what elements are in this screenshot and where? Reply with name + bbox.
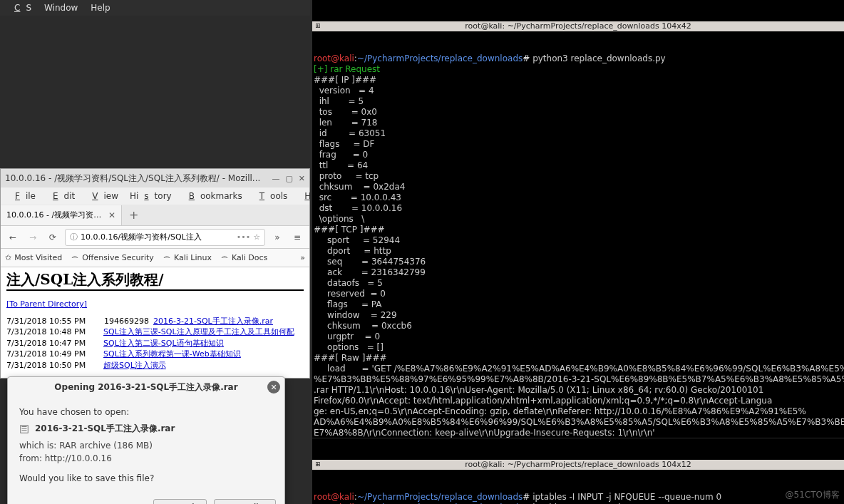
listing-row: 7/31/2018 10:50 PM超级SQL注入演示 <box>6 360 304 371</box>
listing-date: 7/31/2018 10:48 PM <box>6 326 99 337</box>
listing-date: 7/31/2018 10:47 PM <box>6 338 99 349</box>
star-icon: ✩ <box>5 253 11 262</box>
bookmarks-toolbar: ✩ Most Visited Offensive Security Kali L… <box>1 249 309 267</box>
listing-size: SQL注入第二课-SQL语句基础知识 <box>99 338 149 349</box>
listing-link[interactable]: SQL注入第二课-SQL语句基础知识 <box>103 339 224 348</box>
dialog-question: Would you like to save this file? <box>19 473 273 483</box>
site-info-icon[interactable]: ⓘ <box>70 232 78 242</box>
window-close-icon[interactable]: ✕ <box>299 174 305 183</box>
listing-date: 7/31/2018 10:55 PM <box>6 316 99 326</box>
listing-row: 7/31/2018 10:48 PMSQL注入第三课-SQL注入原理及手工注入及… <box>6 326 304 337</box>
listing-row: 7/31/2018 10:49 PMSQL注入系列教程第一课-Web基础知识 <box>6 349 304 359</box>
terminal-bottom[interactable]: ⊞ root@kali: ~/PycharmProjects/replace_d… <box>312 438 844 504</box>
url-input[interactable] <box>81 232 234 242</box>
menu-help[interactable]: Help <box>85 1 115 14</box>
download-dialog: Opening 2016-3-21-SQL手工注入录像.rar ✕ You ha… <box>7 376 285 504</box>
cancel-button[interactable]: Cancel <box>153 499 207 504</box>
tab-close-icon[interactable]: ✕ <box>108 210 115 220</box>
firefox-title: 10.0.0.16 - /视频学习资料/SQL注入/SQL注入系列教程/ - M… <box>5 173 272 185</box>
listing-size: 194669298 <box>99 316 149 326</box>
page-actions-icon[interactable]: ••• <box>237 232 250 242</box>
menu-window[interactable]: Window <box>38 1 83 14</box>
save-file-button[interactable]: Save File <box>214 499 276 504</box>
directory-listing: 注入/SQL注入系列教程/ [To Parent Directory] 7/31… <box>1 267 309 378</box>
listing-size: 超级SQL注入演示 <box>99 360 149 371</box>
menu-bookmarks[interactable]: Bookmarks <box>177 190 248 202</box>
toolbar-overflow-icon[interactable]: » <box>269 230 285 245</box>
dialog-title: Opening 2016-3-21-SQL手工注入录像.rar ✕ <box>8 377 284 397</box>
dialog-from-text: from: http://10.0.0.16 <box>19 453 273 463</box>
forward-button[interactable]: → <box>25 230 41 245</box>
menu-view[interactable]: View <box>81 190 124 202</box>
firefox-menubar: File Edit View History Bookmarks Tools H… <box>1 187 309 205</box>
menu-vcs[interactable]: CS <box>3 1 37 14</box>
dialog-filename-row: 2016-3-21-SQL手工注入录像.rar <box>19 423 273 435</box>
window-maximize-icon[interactable]: ▢ <box>285 174 292 183</box>
bookmark-kali-linux[interactable]: Kali Linux <box>163 253 212 262</box>
firefox-navtoolbar: ← → ⟳ ⓘ ••• ☆ » ≡ <box>1 226 309 249</box>
firefox-tabstrip: 10.0.0.16 - /视频学习资料/S ✕ + <box>1 205 309 226</box>
dialog-chosen-text: You have chosen to open: <box>19 407 273 417</box>
terminal-top-body[interactable]: root@kali:~/PycharmProjects/replace_down… <box>312 53 844 438</box>
firefox-tab-active[interactable]: 10.0.0.16 - /视频学习资料/S ✕ <box>1 205 122 225</box>
menu-file[interactable]: File <box>4 190 41 202</box>
listing-link[interactable]: 2016-3-21-SQL手工注入录像.rar <box>153 317 273 326</box>
ide-menubar: CS Window Help <box>0 0 310 16</box>
kali-icon <box>71 254 79 262</box>
dialog-which-text: which is: RAR archive (186 MB) <box>19 441 273 451</box>
bookmark-offensive-security[interactable]: Offensive Security <box>71 253 154 262</box>
pane-expand-icon[interactable]: ⊞ <box>315 461 321 468</box>
listing-row: 7/31/2018 10:47 PMSQL注入第二课-SQL语句基础知识 <box>6 338 304 349</box>
reload-button[interactable]: ⟳ <box>45 230 61 245</box>
terminal-bottom-titlebar: ⊞ root@kali: ~/PycharmProjects/replace_d… <box>312 460 844 470</box>
listing-date: 7/31/2018 10:50 PM <box>6 360 99 371</box>
pane-expand-icon[interactable]: ⊞ <box>315 22 321 30</box>
watermark: @51CTO博客 <box>786 489 840 501</box>
back-button[interactable]: ← <box>5 230 21 245</box>
kali-icon <box>220 254 229 262</box>
listing-link[interactable]: 超级SQL注入演示 <box>103 361 166 370</box>
urlbar[interactable]: ⓘ ••• ☆ <box>65 229 265 246</box>
listing-size: SQL注入系列教程第一课-Web基础知识 <box>99 349 149 359</box>
terminal-top[interactable]: ⊞ root@kali: ~/PycharmProjects/replace_d… <box>312 0 844 438</box>
listing-size: SQL注入第三课-SQL注入原理及手工注入及工具如何配 <box>99 326 149 337</box>
tab-label: 10.0.0.16 - /视频学习资料/S <box>6 210 104 220</box>
listing-link[interactable]: SQL注入系列教程第一课-Web基础知识 <box>103 349 241 359</box>
archive-icon <box>19 424 29 434</box>
bookmarks-overflow-icon[interactable]: » <box>300 253 305 262</box>
terminal-top-titlebar: ⊞ root@kali: ~/PycharmProjects/replace_d… <box>312 21 844 31</box>
parent-directory-link[interactable]: [To Parent Directory] <box>6 299 87 309</box>
terminal-bottom-body[interactable]: root@kali:~/PycharmProjects/replace_down… <box>312 491 844 504</box>
listing-link[interactable]: SQL注入第三课-SQL注入原理及手工注入及工具如何配 <box>103 327 294 336</box>
kali-icon <box>163 254 171 262</box>
window-minimize-icon[interactable]: — <box>272 174 279 183</box>
hamburger-menu-icon[interactable]: ≡ <box>289 230 305 245</box>
menu-tools[interactable]: Tools <box>248 190 294 202</box>
dialog-close-icon[interactable]: ✕ <box>267 381 280 394</box>
dialog-buttons: Cancel Save File <box>8 493 284 504</box>
bookmark-kali-docs[interactable]: Kali Docs <box>220 253 267 262</box>
firefox-titlebar: 10.0.0.16 - /视频学习资料/SQL注入/SQL注入系列教程/ - M… <box>1 169 309 187</box>
dialog-body: You have chosen to open: 2016-3-21-SQL手工… <box>8 397 284 493</box>
bookmark-most-visited[interactable]: ✩ Most Visited <box>5 253 62 262</box>
page-heading: 注入/SQL注入系列教程/ <box>6 270 304 291</box>
listing-date: 7/31/2018 10:49 PM <box>6 349 99 359</box>
new-tab-button[interactable]: + <box>122 208 145 222</box>
menu-history[interactable]: History <box>124 190 177 202</box>
bookmark-star-icon[interactable]: ☆ <box>253 232 260 242</box>
firefox-window: 10.0.0.16 - /视频学习资料/SQL注入/SQL注入系列教程/ - M… <box>0 168 310 379</box>
menu-edit[interactable]: Edit <box>41 190 81 202</box>
listing-row: 7/31/2018 10:55 PM1946692982016-3-21-SQL… <box>6 316 304 326</box>
